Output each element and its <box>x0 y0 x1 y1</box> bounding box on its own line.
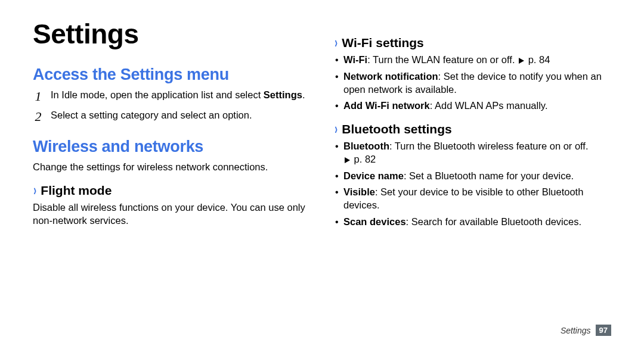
item-text: : Search for available Bluetooth devices… <box>406 216 581 227</box>
list-item: Wi-Fi: Turn the WLAN feature on or off. … <box>334 54 611 67</box>
step-row: 2 Select a setting category and select a… <box>33 109 310 123</box>
chevron-icon: › <box>33 183 36 198</box>
chevron-icon: › <box>335 121 338 137</box>
page-title: Settings <box>33 18 310 50</box>
step-number: 2 <box>33 110 44 123</box>
left-column: Settings Access the Settings menu 1 In I… <box>33 18 310 232</box>
page-number-badge: 97 <box>596 325 611 336</box>
footer-section: Settings <box>561 326 591 335</box>
subheading-bluetooth-settings: › Bluetooth settings <box>334 122 611 136</box>
item-bold: Network notification <box>343 71 438 82</box>
item-text: : Turn the Bluetooth wireless feature on… <box>389 141 589 151</box>
ref-triangle-icon <box>345 157 350 163</box>
item-bold: Wi-Fi <box>343 54 367 65</box>
step-text: In Idle mode, open the application list … <box>51 89 305 102</box>
list-item: Scan devices: Search for available Bluet… <box>334 216 611 229</box>
heading-access-settings: Access the Settings menu <box>33 66 310 84</box>
wifi-list: Wi-Fi: Turn the WLAN feature on or off. … <box>334 54 611 113</box>
item-bold: Add Wi-Fi network <box>343 100 430 111</box>
step-row: 1 In Idle mode, open the application lis… <box>33 89 310 103</box>
page-footer: Settings 97 <box>561 325 611 336</box>
heading-wireless-networks: Wireless and networks <box>33 138 310 156</box>
flight-mode-text: Disable all wireless functions on your d… <box>33 201 310 228</box>
item-ref: p. 84 <box>528 54 550 65</box>
step-number: 1 <box>33 90 44 103</box>
step-post: . <box>302 89 305 100</box>
item-text: : Set your device to be visible to other… <box>343 186 583 210</box>
step-bold: Settings <box>264 89 302 100</box>
item-text: : Set a Bluetooth name for your device. <box>404 170 574 181</box>
item-text: : Turn the WLAN feature on or off. <box>367 54 518 65</box>
ref-triangle-icon <box>519 58 524 64</box>
bluetooth-list: Bluetooth: Turn the Bluetooth wireless f… <box>334 140 611 229</box>
item-bold: Device name <box>343 170 404 181</box>
subheading-text: Flight mode <box>41 183 112 198</box>
item-text: : Add WLAN APs manually. <box>430 100 548 111</box>
steps-list: 1 In Idle mode, open the application lis… <box>33 89 310 123</box>
item-bold: Bluetooth <box>343 141 389 151</box>
list-item: Add Wi-Fi network: Add WLAN APs manually… <box>334 99 611 113</box>
subheading-text: Bluetooth settings <box>342 122 451 136</box>
right-column: › Wi-Fi settings Wi-Fi: Turn the WLAN fe… <box>334 18 611 232</box>
subheading-wifi-settings: › Wi-Fi settings <box>334 36 611 50</box>
list-item: Visible: Set your device to be visible t… <box>334 186 611 212</box>
item-bold: Visible <box>343 186 375 197</box>
step-text: Select a setting category and select an … <box>51 109 252 122</box>
step-pre: Select a setting category and select an … <box>51 110 252 120</box>
item-ref: p. 82 <box>354 154 376 164</box>
list-item: Network notification: Set the device to … <box>334 70 611 96</box>
subheading-text: Wi-Fi settings <box>342 36 423 50</box>
item-bold: Scan devices <box>343 216 406 227</box>
step-pre: In Idle mode, open the application list … <box>51 89 264 100</box>
chevron-icon: › <box>335 35 338 51</box>
subheading-flight-mode: › Flight mode <box>33 183 310 198</box>
list-item: Device name: Set a Bluetooth name for yo… <box>334 170 611 183</box>
list-item: Bluetooth: Turn the Bluetooth wireless f… <box>334 140 611 166</box>
wireless-intro: Change the settings for wireless network… <box>33 161 310 174</box>
